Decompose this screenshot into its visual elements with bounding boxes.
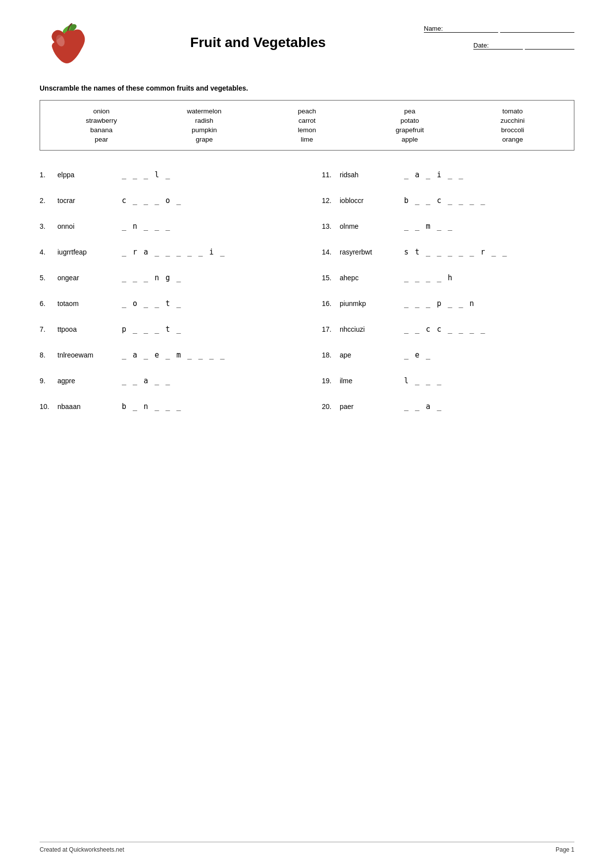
word-potato: potato xyxy=(401,117,419,124)
questions-grid: 1. elppa _ _ _ l _ 2. tocrar c _ _ _ o _… xyxy=(40,170,574,428)
name-date-block: Name: Date: xyxy=(422,20,574,50)
page-title: Fruit and Vegetables xyxy=(94,35,422,51)
question-17: 17. nhcciuzi _ _ c c _ _ _ _ xyxy=(322,325,574,334)
question-10: 10. nbaaan b _ n _ _ _ xyxy=(40,402,292,411)
question-11: 11. ridsah _ a _ i _ _ xyxy=(322,170,574,179)
question-8: 8. tnlreoewam _ a _ e _ m _ _ _ _ xyxy=(40,351,292,359)
word-onion: onion xyxy=(93,107,109,115)
question-16: 16. piunmkp _ _ _ p _ _ n xyxy=(322,299,574,308)
name-line: Name: xyxy=(422,25,574,33)
footer: Created at Quickworksheets.net Page 1 xyxy=(40,842,574,853)
date-line: Date: xyxy=(471,42,574,50)
question-19: 19. ilme l _ _ _ xyxy=(322,376,574,385)
word-bank: onion strawberry banana pear watermelon … xyxy=(40,100,574,151)
question-9: 9. agpre _ _ a _ _ xyxy=(40,376,292,385)
question-14: 14. rasyrerbwt s t _ _ _ _ _ r _ _ xyxy=(322,248,574,256)
word-carrot: carrot xyxy=(299,117,316,124)
header: Fruit and Vegetables Name: Date: xyxy=(40,20,574,74)
word-watermelon: watermelon xyxy=(187,107,222,115)
word-apple: apple xyxy=(402,136,418,143)
title-block: Fruit and Vegetables xyxy=(94,20,422,51)
questions-left: 1. elppa _ _ _ l _ 2. tocrar c _ _ _ o _… xyxy=(40,170,292,428)
word-bank-col-1: onion strawberry banana pear xyxy=(50,107,153,143)
word-strawberry: strawberry xyxy=(86,117,117,124)
word-pumpkin: pumpkin xyxy=(192,126,217,134)
question-15: 15. ahepc _ _ _ _ h xyxy=(322,273,574,282)
page: Fruit and Vegetables Name: Date: Unscram… xyxy=(0,0,614,868)
question-1: 1. elppa _ _ _ l _ xyxy=(40,170,292,179)
word-lime: lime xyxy=(301,136,313,143)
word-lemon: lemon xyxy=(298,126,316,134)
word-zucchini: zucchini xyxy=(501,117,525,124)
word-bank-col-4: pea potato grapefruit apple xyxy=(358,107,461,143)
question-3: 3. onnoi _ n _ _ _ xyxy=(40,222,292,231)
footer-left: Created at Quickworksheets.net xyxy=(40,846,124,853)
word-grape: grape xyxy=(196,136,213,143)
instructions-text: Unscramble the names of these common fru… xyxy=(40,84,574,92)
word-bank-col-3: peach carrot lemon lime xyxy=(256,107,358,143)
questions-right: 11. ridsah _ a _ i _ _ 12. iobloccr b _ … xyxy=(322,170,574,428)
apple-logo xyxy=(40,20,94,74)
question-5: 5. ongear _ _ _ n g _ xyxy=(40,273,292,282)
word-broccoli: broccoli xyxy=(501,126,524,134)
question-18: 18. ape _ e _ xyxy=(322,351,574,359)
question-6: 6. totaom _ o _ _ t _ xyxy=(40,299,292,308)
question-12: 12. iobloccr b _ _ c _ _ _ _ xyxy=(322,196,574,205)
word-pea: pea xyxy=(404,107,415,115)
word-radish: radish xyxy=(195,117,213,124)
question-7: 7. ttpooa p _ _ _ t _ xyxy=(40,325,292,334)
word-grapefruit: grapefruit xyxy=(396,126,424,134)
word-orange: orange xyxy=(502,136,523,143)
word-pear: pear xyxy=(95,136,108,143)
word-tomato: tomato xyxy=(503,107,523,115)
word-banana: banana xyxy=(90,126,112,134)
question-2: 2. tocrar c _ _ _ o _ xyxy=(40,196,292,205)
question-20: 20. paer _ _ a _ xyxy=(322,402,574,411)
question-13: 13. olnme _ _ m _ _ xyxy=(322,222,574,231)
question-4: 4. iugrrtfeap _ r a _ _ _ _ _ i _ xyxy=(40,248,292,256)
footer-right: Page 1 xyxy=(556,846,574,853)
word-bank-col-2: watermelon radish pumpkin grape xyxy=(153,107,256,143)
word-bank-col-5: tomato zucchini broccoli orange xyxy=(461,107,564,143)
word-peach: peach xyxy=(298,107,316,115)
